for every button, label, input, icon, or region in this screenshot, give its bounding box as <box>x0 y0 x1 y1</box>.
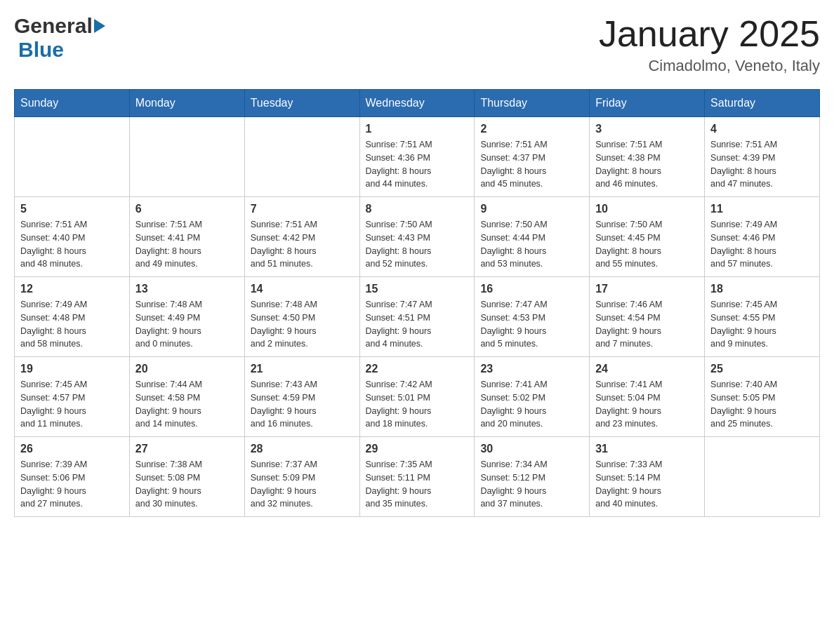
day-number: 29 <box>366 443 469 455</box>
day-number: 12 <box>20 283 124 295</box>
calendar-week-row: 26Sunrise: 7:39 AM Sunset: 5:06 PM Dayli… <box>15 437 820 517</box>
calendar-cell: 23Sunrise: 7:41 AM Sunset: 5:02 PM Dayli… <box>475 357 590 437</box>
calendar-cell: 27Sunrise: 7:38 AM Sunset: 5:08 PM Dayli… <box>129 437 244 517</box>
day-number: 11 <box>710 203 814 215</box>
calendar-cell: 29Sunrise: 7:35 AM Sunset: 5:11 PM Dayli… <box>359 437 475 517</box>
day-number: 28 <box>251 443 354 455</box>
calendar-cell: 16Sunrise: 7:47 AM Sunset: 4:53 PM Dayli… <box>475 277 590 357</box>
day-number: 23 <box>480 363 583 375</box>
day-info: Sunrise: 7:50 AM Sunset: 4:43 PM Dayligh… <box>366 218 469 271</box>
day-info: Sunrise: 7:50 AM Sunset: 4:44 PM Dayligh… <box>480 218 583 271</box>
calendar-cell: 10Sunrise: 7:50 AM Sunset: 4:45 PM Dayli… <box>590 197 705 277</box>
day-info: Sunrise: 7:50 AM Sunset: 4:45 PM Dayligh… <box>595 218 699 271</box>
day-info: Sunrise: 7:44 AM Sunset: 4:58 PM Dayligh… <box>135 378 239 431</box>
day-number: 31 <box>595 443 699 455</box>
day-info: Sunrise: 7:51 AM Sunset: 4:41 PM Dayligh… <box>135 218 239 271</box>
day-info: Sunrise: 7:48 AM Sunset: 4:49 PM Dayligh… <box>135 298 239 351</box>
day-info: Sunrise: 7:51 AM Sunset: 4:42 PM Dayligh… <box>251 218 354 271</box>
calendar-week-row: 5Sunrise: 7:51 AM Sunset: 4:40 PM Daylig… <box>15 197 820 277</box>
day-number: 7 <box>251 203 354 215</box>
logo-general-text: General <box>14 14 93 38</box>
calendar-cell: 1Sunrise: 7:51 AM Sunset: 4:36 PM Daylig… <box>359 117 475 197</box>
calendar-cell: 28Sunrise: 7:37 AM Sunset: 5:09 PM Dayli… <box>244 437 359 517</box>
calendar-cell <box>129 117 244 197</box>
day-info: Sunrise: 7:45 AM Sunset: 4:55 PM Dayligh… <box>710 298 814 351</box>
day-number: 30 <box>480 443 583 455</box>
day-number: 25 <box>710 363 814 375</box>
header-friday: Friday <box>590 90 705 117</box>
logo: General Blue <box>14 14 105 62</box>
calendar-cell: 13Sunrise: 7:48 AM Sunset: 4:49 PM Dayli… <box>129 277 244 357</box>
day-info: Sunrise: 7:49 AM Sunset: 4:46 PM Dayligh… <box>710 218 814 271</box>
day-info: Sunrise: 7:40 AM Sunset: 5:05 PM Dayligh… <box>710 378 814 431</box>
header-tuesday: Tuesday <box>244 90 359 117</box>
calendar-header-row: SundayMondayTuesdayWednesdayThursdayFrid… <box>15 90 820 117</box>
day-info: Sunrise: 7:43 AM Sunset: 4:59 PM Dayligh… <box>251 378 354 431</box>
day-info: Sunrise: 7:35 AM Sunset: 5:11 PM Dayligh… <box>366 458 469 511</box>
calendar-cell: 9Sunrise: 7:50 AM Sunset: 4:44 PM Daylig… <box>475 197 590 277</box>
title-section: January 2025 Cimadolmo, Veneto, Italy <box>599 14 820 75</box>
day-info: Sunrise: 7:34 AM Sunset: 5:12 PM Dayligh… <box>480 458 583 511</box>
day-number: 6 <box>135 203 239 215</box>
calendar-cell: 26Sunrise: 7:39 AM Sunset: 5:06 PM Dayli… <box>15 437 130 517</box>
calendar-week-row: 12Sunrise: 7:49 AM Sunset: 4:48 PM Dayli… <box>15 277 820 357</box>
day-number: 15 <box>366 283 469 295</box>
day-number: 21 <box>251 363 354 375</box>
header-monday: Monday <box>129 90 244 117</box>
day-number: 8 <box>366 203 469 215</box>
day-info: Sunrise: 7:51 AM Sunset: 4:37 PM Dayligh… <box>480 138 583 191</box>
calendar-cell: 7Sunrise: 7:51 AM Sunset: 4:42 PM Daylig… <box>244 197 359 277</box>
month-title: January 2025 <box>599 14 820 54</box>
day-info: Sunrise: 7:51 AM Sunset: 4:36 PM Dayligh… <box>366 138 469 191</box>
calendar-cell: 8Sunrise: 7:50 AM Sunset: 4:43 PM Daylig… <box>359 197 475 277</box>
calendar-cell: 12Sunrise: 7:49 AM Sunset: 4:48 PM Dayli… <box>15 277 130 357</box>
calendar-cell: 3Sunrise: 7:51 AM Sunset: 4:38 PM Daylig… <box>590 117 705 197</box>
day-number: 2 <box>480 123 583 135</box>
header-sunday: Sunday <box>15 90 130 117</box>
location-text: Cimadolmo, Veneto, Italy <box>599 57 820 75</box>
day-number: 13 <box>135 283 239 295</box>
calendar-cell <box>244 117 359 197</box>
calendar-cell: 25Sunrise: 7:40 AM Sunset: 5:05 PM Dayli… <box>705 357 820 437</box>
logo-arrow-icon <box>94 19 105 33</box>
calendar-cell: 24Sunrise: 7:41 AM Sunset: 5:04 PM Dayli… <box>590 357 705 437</box>
calendar-cell: 17Sunrise: 7:46 AM Sunset: 4:54 PM Dayli… <box>590 277 705 357</box>
calendar-cell: 15Sunrise: 7:47 AM Sunset: 4:51 PM Dayli… <box>359 277 475 357</box>
calendar-cell: 14Sunrise: 7:48 AM Sunset: 4:50 PM Dayli… <box>244 277 359 357</box>
header-saturday: Saturday <box>705 90 820 117</box>
day-info: Sunrise: 7:49 AM Sunset: 4:48 PM Dayligh… <box>20 298 124 351</box>
day-number: 24 <box>595 363 699 375</box>
calendar-cell: 5Sunrise: 7:51 AM Sunset: 4:40 PM Daylig… <box>15 197 130 277</box>
day-info: Sunrise: 7:37 AM Sunset: 5:09 PM Dayligh… <box>251 458 354 511</box>
calendar-week-row: 19Sunrise: 7:45 AM Sunset: 4:57 PM Dayli… <box>15 357 820 437</box>
day-info: Sunrise: 7:38 AM Sunset: 5:08 PM Dayligh… <box>135 458 239 511</box>
calendar-cell: 19Sunrise: 7:45 AM Sunset: 4:57 PM Dayli… <box>15 357 130 437</box>
calendar-cell: 6Sunrise: 7:51 AM Sunset: 4:41 PM Daylig… <box>129 197 244 277</box>
day-info: Sunrise: 7:42 AM Sunset: 5:01 PM Dayligh… <box>366 378 469 431</box>
day-info: Sunrise: 7:41 AM Sunset: 5:04 PM Dayligh… <box>595 378 699 431</box>
calendar-cell: 20Sunrise: 7:44 AM Sunset: 4:58 PM Dayli… <box>129 357 244 437</box>
header-thursday: Thursday <box>475 90 590 117</box>
day-info: Sunrise: 7:46 AM Sunset: 4:54 PM Dayligh… <box>595 298 699 351</box>
logo-blue-text: Blue <box>18 38 64 61</box>
day-info: Sunrise: 7:48 AM Sunset: 4:50 PM Dayligh… <box>251 298 354 351</box>
calendar-cell: 21Sunrise: 7:43 AM Sunset: 4:59 PM Dayli… <box>244 357 359 437</box>
day-number: 3 <box>595 123 699 135</box>
day-info: Sunrise: 7:47 AM Sunset: 4:51 PM Dayligh… <box>366 298 469 351</box>
calendar-cell: 4Sunrise: 7:51 AM Sunset: 4:39 PM Daylig… <box>705 117 820 197</box>
calendar-cell: 2Sunrise: 7:51 AM Sunset: 4:37 PM Daylig… <box>475 117 590 197</box>
header-wednesday: Wednesday <box>359 90 475 117</box>
day-info: Sunrise: 7:51 AM Sunset: 4:39 PM Dayligh… <box>710 138 814 191</box>
day-number: 22 <box>366 363 469 375</box>
calendar-table: SundayMondayTuesdayWednesdayThursdayFrid… <box>14 89 820 517</box>
page-header: General Blue January 2025 Cimadolmo, Ven… <box>14 14 820 75</box>
day-info: Sunrise: 7:45 AM Sunset: 4:57 PM Dayligh… <box>20 378 124 431</box>
day-number: 26 <box>20 443 124 455</box>
day-number: 14 <box>251 283 354 295</box>
day-number: 10 <box>595 203 699 215</box>
calendar-cell: 22Sunrise: 7:42 AM Sunset: 5:01 PM Dayli… <box>359 357 475 437</box>
day-info: Sunrise: 7:41 AM Sunset: 5:02 PM Dayligh… <box>480 378 583 431</box>
day-info: Sunrise: 7:47 AM Sunset: 4:53 PM Dayligh… <box>480 298 583 351</box>
day-number: 1 <box>366 123 469 135</box>
day-info: Sunrise: 7:51 AM Sunset: 4:40 PM Dayligh… <box>20 218 124 271</box>
